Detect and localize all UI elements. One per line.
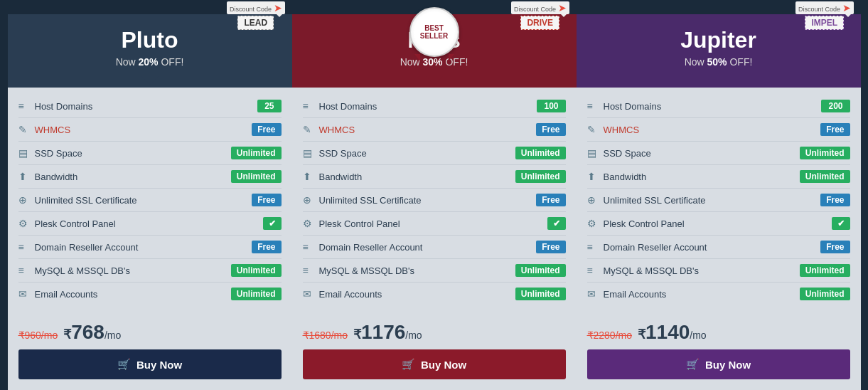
plan-discount-mars: Now 30% OFF! (299, 56, 569, 68)
feature-value-blue-1: Free (820, 123, 850, 136)
feature-label-7: MySQL & MSSQL DB's (35, 265, 130, 276)
feature-label-0: Host Domains (319, 101, 377, 112)
feature-left-5: ⚙ Plesk Control Panel (303, 218, 400, 229)
plan-card-pluto: Discount Code ➤ LEAD Pluto Now 20% OFF! … (8, 14, 292, 390)
feature-icon-5: ⚙ (587, 218, 599, 229)
feature-left-3: ⬆ Bandwidth (18, 171, 78, 182)
pricing-row-pluto: ₹960/mo ₹768/mo (18, 321, 282, 344)
feature-value-green-3: Unlimited (515, 170, 566, 183)
feature-icon-5: ⚙ (303, 218, 314, 229)
feature-left-1: ✎ WHMCS (18, 124, 71, 135)
best-seller-badge: BEST SELLER (409, 7, 459, 57)
feature-value-green-8: Unlimited (800, 288, 850, 300)
feature-left-0: ≡ Host Domains (303, 100, 377, 112)
feature-icon-0: ≡ (18, 100, 30, 112)
feature-icon-0: ≡ (303, 100, 314, 112)
plan-title-jupiter: Jupiter (584, 27, 854, 53)
feature-left-4: ⊕ Unlimited SSL Certificate (303, 194, 422, 206)
old-price-mars: ₹1680/mo (303, 330, 348, 341)
feature-value-blue-4: Free (820, 194, 850, 206)
feature-label-2: SSD Space (35, 148, 82, 159)
feature-left-2: ▤ SSD Space (303, 147, 367, 159)
plan-pricing-pluto: ₹960/mo ₹768/mo (8, 312, 292, 349)
currency-mars: ₹ (353, 327, 361, 342)
buy-button-jupiter[interactable]: 🛒 Buy Now (587, 349, 850, 379)
feature-icon-2: ▤ (587, 147, 599, 159)
plan-cta-jupiter: 🛒 Buy Now (577, 349, 861, 390)
feature-icon-6: ≡ (303, 241, 314, 253)
feature-left-1: ✎ WHMCS (303, 124, 355, 135)
feature-value-green-2: Unlimited (231, 147, 282, 159)
feature-label-8: Email Accounts (604, 289, 667, 300)
new-price-mars: ₹1176/mo (353, 321, 422, 344)
buy-button-mars[interactable]: 🛒 Buy Now (303, 349, 566, 379)
feature-label-5: Plesk Control Panel (35, 218, 116, 229)
plan-features-mars: ≡ Host Domains 100 ✎ WHMCS Free ▤ (292, 88, 577, 312)
discount-code-label-mars: Discount Code ➤ (511, 1, 569, 14)
feature-icon-8: ✉ (587, 288, 599, 300)
plan-cta-mars: 🛒 Buy Now (292, 349, 577, 390)
feature-left-7: ≡ MySQL & MSSQL DB's (587, 265, 699, 276)
feature-label-1: WHMCS (319, 125, 355, 135)
feature-value-green-3: Unlimited (800, 170, 850, 183)
feature-left-8: ✉ Email Accounts (587, 288, 667, 300)
feature-value-green-8: Unlimited (231, 288, 282, 300)
feature-icon-3: ⬆ (303, 171, 314, 182)
feature-left-8: ✉ Email Accounts (18, 288, 98, 300)
plan-card-mars: Discount Code ➤ DRIVE BEST SELLER Mars N… (292, 14, 577, 390)
feature-row-0: ≡ Host Domains 25 (18, 95, 282, 118)
feature-icon-7: ≡ (18, 265, 30, 276)
plan-header-pluto: Pluto Now 20% OFF! (8, 14, 292, 75)
plan-discount-pluto: Now 20% OFF! (15, 56, 285, 68)
feature-icon-1: ✎ (18, 124, 30, 135)
feature-label-6: Domain Reseller Account (35, 242, 139, 253)
feature-value-check-5: ✔ (263, 217, 282, 230)
feature-value-check-5: ✔ (832, 217, 850, 230)
feature-row-4: ⊕ Unlimited SSL Certificate Free (303, 189, 566, 212)
plan-cta-pluto: 🛒 Buy Now (8, 349, 292, 390)
feature-icon-4: ⊕ (303, 194, 314, 206)
feature-left-6: ≡ Domain Reseller Account (303, 241, 423, 253)
feature-value-check-5: ✔ (547, 217, 566, 230)
chevron-down-pluto (8, 75, 292, 88)
plan-header-jupiter: Jupiter Now 50% OFF! (577, 14, 861, 75)
feature-row-1: ✎ WHMCS Free (303, 118, 566, 142)
feature-value-green-3: Unlimited (231, 170, 282, 183)
discount-code-label-pluto: Discount Code ➤ (227, 1, 285, 14)
feature-icon-8: ✉ (303, 288, 314, 300)
feature-left-4: ⊕ Unlimited SSL Certificate (18, 194, 137, 206)
plan-features-jupiter: ≡ Host Domains 200 ✎ WHMCS Free ▤ (577, 88, 861, 312)
chevron-down-jupiter (577, 75, 861, 88)
feature-icon-7: ≡ (587, 265, 599, 276)
feature-row-0: ≡ Host Domains 200 (587, 95, 850, 118)
feature-icon-2: ▤ (303, 147, 314, 159)
feature-left-4: ⊕ Unlimited SSL Certificate (587, 194, 706, 206)
feature-left-0: ≡ Host Domains (18, 100, 93, 112)
per-pluto: /mo (105, 330, 121, 341)
feature-row-3: ⬆ Bandwidth Unlimited (587, 165, 850, 189)
feature-icon-4: ⊕ (587, 194, 599, 206)
feature-label-8: Email Accounts (35, 289, 98, 300)
feature-icon-1: ✎ (587, 124, 599, 135)
feature-value-green-7: Unlimited (800, 264, 850, 277)
feature-row-8: ✉ Email Accounts Unlimited (18, 283, 282, 305)
feature-row-3: ⬆ Bandwidth Unlimited (18, 165, 282, 189)
feature-value-blue-6: Free (536, 241, 565, 253)
feature-label-6: Domain Reseller Account (604, 242, 707, 253)
feature-value-green-2: Unlimited (515, 147, 566, 159)
feature-row-6: ≡ Domain Reseller Account Free (587, 236, 850, 259)
buy-button-pluto[interactable]: 🛒 Buy Now (18, 349, 282, 379)
feature-row-8: ✉ Email Accounts Unlimited (303, 283, 566, 305)
feature-icon-7: ≡ (303, 265, 314, 276)
feature-row-7: ≡ MySQL & MSSQL DB's Unlimited (303, 259, 566, 283)
feature-left-5: ⚙ Plesk Control Panel (587, 218, 685, 229)
feature-label-4: Unlimited SSL Certificate (319, 195, 422, 206)
old-price-pluto: ₹960/mo (18, 330, 58, 341)
discount-code-label-jupiter: Discount Code ➤ (795, 1, 854, 14)
feature-left-2: ▤ SSD Space (18, 147, 82, 159)
discount-pct-pluto: 20% (139, 56, 159, 68)
plan-features-pluto: ≡ Host Domains 25 ✎ WHMCS Free ▤ (8, 88, 292, 312)
feature-left-3: ⬆ Bandwidth (587, 171, 647, 182)
plan-title-pluto: Pluto (15, 27, 285, 53)
feature-label-7: MySQL & MSSQL DB's (604, 265, 699, 276)
